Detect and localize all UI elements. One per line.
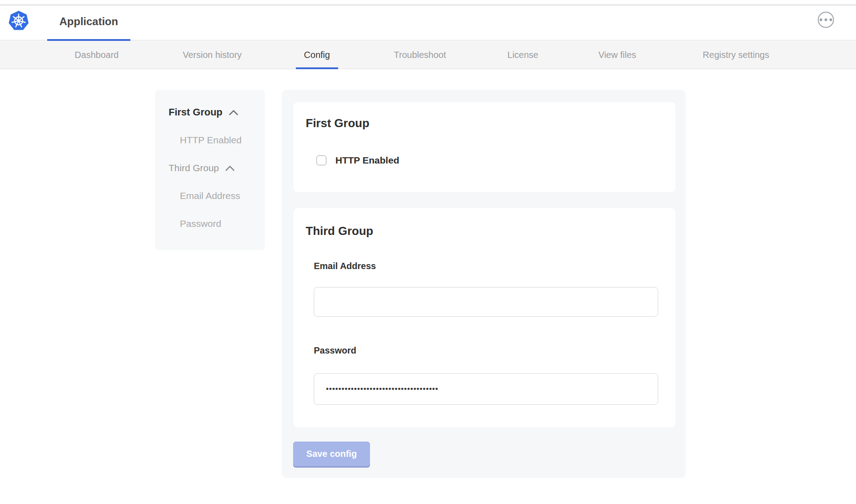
save-config-button[interactable]: Save config (293, 442, 370, 466)
sidebar-item-first-group[interactable]: First Group (169, 106, 238, 118)
config-panel: First Group HTTP Enabled Third Group Ema… (282, 90, 686, 478)
email-address-label: Email Address (314, 261, 376, 271)
tab-version-history[interactable]: Version history (174, 41, 250, 69)
group-title-third: Third Group (306, 224, 373, 238)
config-tab-underline (296, 67, 338, 69)
tab-registry-settings[interactable]: Registry settings (695, 41, 777, 69)
tab-dashboard[interactable]: Dashboard (67, 41, 127, 69)
app-nav: Dashboard Version history Config Trouble… (0, 41, 856, 69)
password-input[interactable] (314, 373, 658, 405)
tab-application[interactable]: Application (47, 5, 130, 40)
chevron-up-icon (225, 165, 235, 171)
tab-view-files[interactable]: View files (590, 41, 644, 69)
more-menu-button[interactable] (818, 12, 834, 28)
http-enabled-field[interactable]: HTTP Enabled (317, 155, 399, 166)
page: Application Dashboard Version history Co… (0, 0, 856, 504)
app-header: Application (0, 5, 856, 40)
config-group-third: Third Group Email Address Password (293, 208, 676, 428)
password-label: Password (314, 345, 356, 356)
kubernetes-logo-icon (8, 10, 29, 31)
tab-troubleshoot[interactable]: Troubleshoot (386, 41, 454, 69)
tab-config[interactable]: Config (296, 41, 338, 69)
chevron-up-icon (229, 110, 238, 115)
http-enabled-label: HTTP Enabled (335, 155, 399, 166)
config-sidebar: First Group HTTP Enabled Third Group Ema… (155, 90, 265, 250)
email-address-input[interactable] (314, 287, 658, 317)
sidebar-item-email-address[interactable]: Email Address (180, 190, 240, 201)
sidebar-item-http-enabled[interactable]: HTTP Enabled (180, 135, 241, 146)
config-group-first: First Group HTTP Enabled (293, 102, 676, 192)
sidebar-item-password[interactable]: Password (180, 218, 221, 229)
application-tab-label: Application (59, 15, 118, 28)
group-title-first: First Group (306, 116, 370, 130)
sidebar-item-third-group[interactable]: Third Group (169, 163, 235, 173)
ellipsis-icon (820, 18, 832, 21)
http-enabled-checkbox[interactable] (317, 155, 326, 165)
tab-license[interactable]: License (499, 41, 547, 69)
